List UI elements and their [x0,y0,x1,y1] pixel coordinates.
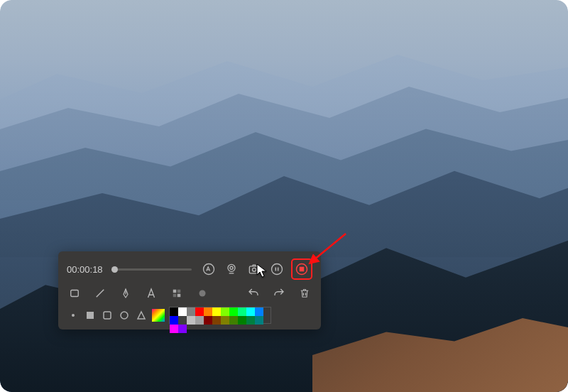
color-swatch[interactable] [178,307,187,316]
webcam-button[interactable] [223,261,240,278]
redo-button[interactable] [271,285,287,301]
text-tool[interactable] [143,285,159,301]
circle-shape[interactable] [118,309,131,322]
rectangle-tool[interactable] [67,285,82,301]
undo-button[interactable] [246,285,261,301]
stop-button-highlight [291,258,312,280]
svg-rect-7 [300,268,304,271]
color-swatch[interactable] [195,316,204,325]
color-swatch[interactable] [195,307,204,316]
color-swatch[interactable] [255,307,263,316]
color-swatch[interactable] [187,307,195,316]
color-swatch[interactable] [238,307,246,316]
desktop-wallpaper [0,0,568,392]
color-picker-button[interactable] [152,309,165,322]
svg-rect-3 [249,266,258,273]
color-swatch[interactable] [170,307,178,316]
color-swatch[interactable] [178,316,187,325]
color-swatch[interactable] [238,316,246,325]
color-swatch[interactable] [178,325,187,333]
pause-button[interactable] [268,261,285,278]
shape-color-row [67,307,312,324]
color-swatch[interactable] [229,307,238,316]
svg-point-5 [272,264,283,275]
color-swatch[interactable] [170,316,178,325]
color-swatch[interactable] [246,307,255,316]
recording-timer: 00:00:18 [67,264,103,275]
triangle-shape[interactable] [135,309,148,322]
svg-point-4 [253,268,256,271]
annotate-pen-button[interactable] [200,261,217,278]
annotation-tools-row [67,285,312,301]
svg-rect-9 [173,290,177,293]
svg-point-13 [200,290,206,297]
filled-square-shape[interactable] [84,309,97,322]
color-swatch[interactable] [255,316,263,325]
blur-tool[interactable] [169,285,185,301]
size-dot-icon[interactable] [67,309,80,322]
outline-square-shape[interactable] [101,309,114,322]
color-swatch[interactable] [204,307,212,316]
delete-button[interactable] [297,285,312,301]
svg-point-1 [228,264,235,271]
color-swatch[interactable] [229,316,238,325]
line-tool[interactable] [92,285,108,301]
recorder-controls-row: 00:00:18 [67,258,312,280]
color-swatch[interactable] [221,316,229,325]
svg-rect-15 [87,312,94,319]
svg-rect-8 [71,290,79,297]
svg-rect-16 [104,312,111,319]
svg-point-17 [121,312,128,319]
svg-rect-12 [178,294,181,298]
color-swatch[interactable] [221,307,229,316]
svg-point-2 [230,266,233,269]
color-swatch[interactable] [212,316,221,325]
color-swatch[interactable] [187,316,195,325]
screen-recorder-toolbar: 00:00:18 [58,251,321,330]
color-swatch[interactable] [212,307,221,316]
color-swatch[interactable] [246,316,255,325]
svg-rect-11 [173,294,177,298]
pen-tool[interactable] [118,285,133,301]
progress-track[interactable] [111,268,192,271]
color-palette [169,307,271,324]
color-swatch[interactable] [204,316,212,325]
stop-button[interactable] [294,261,310,277]
dot-tool[interactable] [195,285,210,301]
color-swatch[interactable] [170,325,178,333]
screenshot-button[interactable] [246,261,263,278]
svg-point-14 [72,314,75,317]
svg-rect-10 [178,290,181,293]
